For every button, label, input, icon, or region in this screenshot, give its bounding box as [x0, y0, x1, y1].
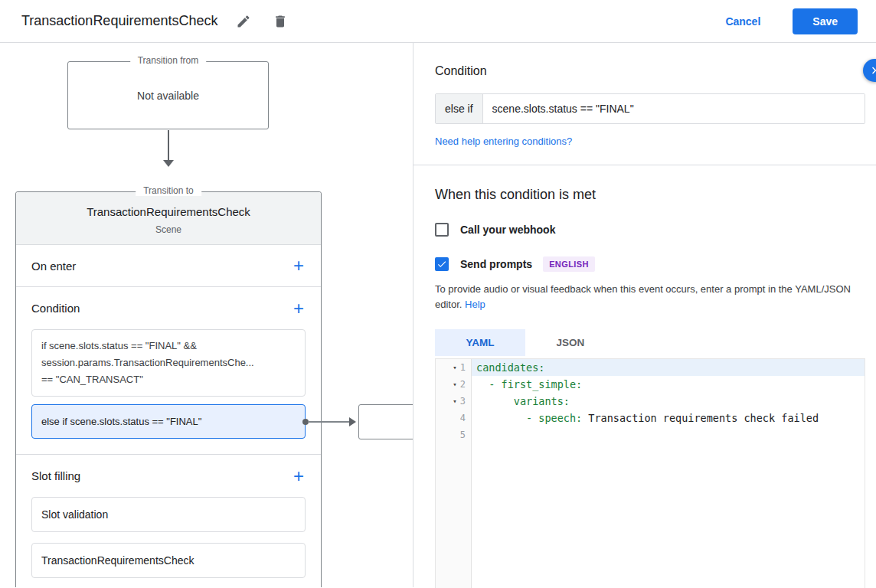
transition-to-label: Transition to: [136, 185, 201, 196]
flow-connector-line: [168, 130, 169, 161]
code-line-1: candidates:: [472, 359, 865, 376]
code-line-4: - speech: Transaction requirements check…: [472, 410, 865, 426]
tab-yaml[interactable]: YAML: [435, 329, 525, 356]
conditions-help-link[interactable]: Need help entering conditions?: [435, 136, 572, 147]
line-number: 2: [460, 379, 466, 390]
prompt-help-link[interactable]: Help: [465, 299, 485, 310]
gutter-line-2: ▾ 2: [436, 376, 471, 393]
condition-section-header: Condition +: [16, 287, 321, 329]
chevron-right-icon: [868, 64, 876, 77]
slot-filling-label: Slot filling: [31, 469, 80, 482]
line-number: 3: [460, 396, 466, 407]
on-enter-label: On enter: [31, 260, 76, 273]
add-on-enter-button[interactable]: +: [286, 255, 312, 276]
condition-item-2-text: else if scene.slots.status == "FINAL": [41, 416, 201, 427]
on-enter-section: On enter +: [16, 245, 321, 287]
scene-title: TransactionRequirementsCheck: [24, 205, 313, 218]
condition-expression-row: else if: [435, 93, 865, 124]
condition-input[interactable]: [483, 94, 865, 123]
when-condition-met-title: When this condition is met: [435, 187, 865, 203]
collapse-panel-button[interactable]: [863, 59, 876, 82]
condition-item-1-line1: if scene.slots.status == "FINAL" &&: [41, 338, 296, 354]
send-prompts-checkbox[interactable]: [435, 257, 449, 271]
gutter-line-3: ▾ 3: [436, 393, 471, 410]
editor-tabs: YAML JSON: [435, 329, 865, 356]
prompt-description: To provide audio or visual feedback when…: [435, 282, 865, 312]
fold-arrow-icon[interactable]: ▾: [453, 381, 456, 388]
condition-item-1[interactable]: if scene.slots.status == "FINAL" && sess…: [31, 329, 306, 397]
condition-panel: Condition else if Need help entering con…: [413, 43, 876, 587]
webhook-row: Call your webhook: [435, 223, 865, 237]
flow-canvas: Transition from Not available Transition…: [0, 43, 413, 587]
webhook-checkbox[interactable]: [435, 223, 449, 237]
line-number: 5: [460, 430, 466, 440]
slot-item-1[interactable]: Slot validation: [31, 497, 306, 532]
fold-arrow-icon[interactable]: ▾: [453, 364, 456, 371]
connector-wire: [308, 421, 354, 423]
slot-filling-section-header: Slot filling +: [16, 455, 321, 497]
language-badge: ENGLISH: [543, 256, 595, 272]
panel-title: Condition: [435, 64, 865, 78]
fold-arrow-icon[interactable]: ▾: [453, 397, 456, 405]
gutter-line-1: ▾ 1: [436, 359, 471, 376]
transition-from-card: Transition from Not available: [67, 61, 269, 129]
editor-code-area[interactable]: candidates: - first_simple: variants: - …: [472, 359, 865, 588]
condition-prefix-label: else if: [436, 94, 483, 123]
delete-icon[interactable]: [270, 11, 291, 32]
add-condition-button[interactable]: +: [286, 298, 312, 319]
edit-icon[interactable]: [233, 11, 254, 32]
send-prompts-row: Send prompts ENGLISH: [435, 256, 865, 272]
condition-item-2-selected[interactable]: else if scene.slots.status == "FINAL": [31, 404, 306, 439]
save-button[interactable]: Save: [793, 8, 858, 34]
scene-subtitle: Scene: [24, 224, 313, 235]
code-line-5: [472, 426, 865, 443]
top-bar: TransactionRequirementsCheck Cancel Save: [0, 0, 876, 43]
connector-arrowhead-icon: [349, 417, 356, 426]
line-number: 4: [460, 413, 466, 423]
add-slot-button[interactable]: +: [286, 466, 312, 487]
prompt-description-text: To provide audio or visual feedback when…: [435, 283, 851, 310]
line-number: 1: [460, 362, 466, 373]
cancel-button[interactable]: Cancel: [721, 15, 765, 28]
scene-header: TransactionRequirementsCheck Scene: [16, 192, 321, 245]
code-line-3: variants:: [472, 393, 865, 410]
webhook-label: Call your webhook: [460, 224, 555, 236]
code-line-2: - first_simple:: [472, 376, 865, 393]
transition-from-content: Not available: [137, 90, 199, 102]
page-title: TransactionRequirementsCheck: [21, 13, 217, 29]
editor-gutter: ▾ 1 ▾ 2 ▾ 3 4 5: [436, 359, 472, 588]
condition-item-1-line3: == "CAN_TRANSACT": [41, 371, 296, 388]
transition-target-card[interactable]: [358, 404, 413, 439]
gutter-line-4: 4: [436, 410, 471, 426]
transition-from-label: Transition from: [130, 55, 207, 66]
send-prompts-label: Send prompts: [460, 258, 532, 270]
condition-section-label: Condition: [31, 302, 80, 315]
gutter-line-5: 5: [436, 426, 471, 443]
condition-item-1-line2: session.params.TransactionRequirementsCh…: [41, 354, 296, 371]
slot-item-2[interactable]: TransactionRequirementsCheck: [31, 543, 306, 578]
yaml-editor[interactable]: ▾ 1 ▾ 2 ▾ 3 4 5: [435, 358, 865, 588]
panel-divider: [413, 165, 876, 165]
scene-card[interactable]: Transition to TransactionRequirementsChe…: [15, 191, 322, 587]
flow-arrowhead-icon: [163, 160, 174, 167]
tab-json[interactable]: JSON: [525, 329, 616, 356]
